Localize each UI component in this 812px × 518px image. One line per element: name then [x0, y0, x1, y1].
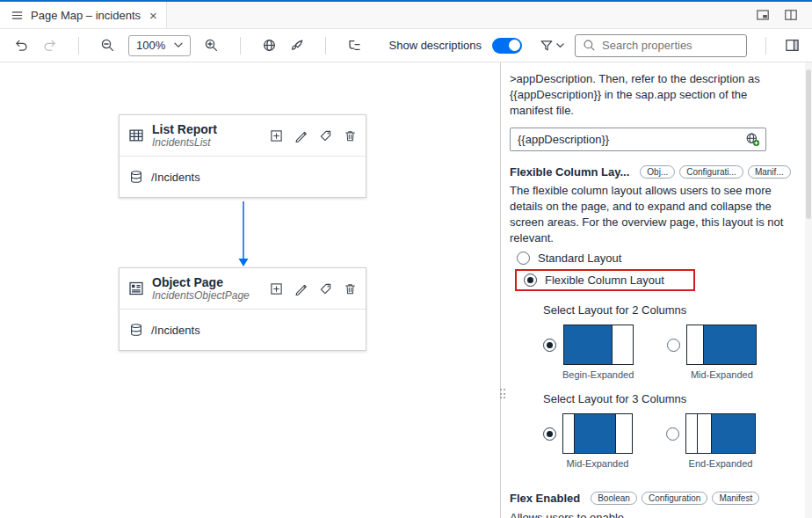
flex-enabled-description-partial: Allows users to enable...: [510, 510, 793, 518]
add-page-icon[interactable]: [270, 129, 283, 142]
flexible-column-layout-radio[interactable]: [524, 274, 537, 287]
end-expanded-layout-graphic[interactable]: [685, 413, 756, 454]
panel-scrollbar-thumb[interactable]: [806, 69, 811, 219]
tab-page-map[interactable]: Page Map – incidents ×: [0, 2, 167, 28]
zoom-level-value: 100%: [136, 39, 165, 52]
chevron-down-icon: [174, 42, 183, 48]
outline-icon[interactable]: [347, 38, 362, 53]
node-card-list-report[interactable]: List Report IncidentsList: [119, 114, 366, 198]
tag-icon[interactable]: [319, 282, 332, 295]
edit-icon[interactable]: [294, 282, 308, 295]
two-columns-title: Select Layout for 2 Columns: [543, 303, 798, 317]
tab-title: Page Map – incidents: [31, 9, 141, 22]
object-page-icon: [128, 281, 144, 296]
standard-layout-option[interactable]: Standard Layout: [517, 252, 798, 265]
standard-layout-radio[interactable]: [517, 252, 530, 265]
toolbar-separator: [78, 37, 79, 55]
app-description-field[interactable]: [510, 128, 766, 151]
app-description-input[interactable]: [518, 133, 745, 146]
edit-icon[interactable]: [294, 129, 308, 142]
page-map-canvas[interactable]: List Report IncidentsList: [0, 62, 500, 518]
redo-icon[interactable]: [42, 38, 57, 53]
fcl-badge: Manif...: [748, 165, 791, 179]
app-description-help-text: >appDescription. Then, refer to the desc…: [510, 71, 793, 119]
entity-row[interactable]: /Incidents: [120, 309, 366, 350]
flexible-column-layout-label: Flexible Column Layout: [545, 274, 664, 287]
fcl-section-title: Flexible Column Lay...: [510, 165, 629, 179]
delete-icon[interactable]: [344, 282, 357, 295]
panel-resize-grip[interactable]: [500, 389, 506, 398]
main-area: List Report IncidentsList: [0, 62, 812, 518]
toolbar-separator: [325, 37, 326, 55]
three-col-end-expanded-option[interactable]: End-Expanded: [666, 413, 756, 469]
delete-icon[interactable]: [344, 129, 357, 142]
show-descriptions-label: Show descriptions: [389, 39, 482, 52]
end-expanded-radio[interactable]: [666, 427, 679, 441]
properties-panel: >appDescription. Then, refer to the desc…: [500, 62, 812, 518]
list-report-icon: [128, 128, 144, 143]
zoom-level-select[interactable]: 100%: [128, 35, 191, 56]
toolbar-separator: [240, 37, 241, 55]
globe-icon[interactable]: [262, 38, 277, 53]
brush-icon[interactable]: [290, 39, 304, 53]
filter-menu[interactable]: [540, 39, 564, 53]
open-preview-icon[interactable]: [756, 8, 770, 22]
layout-option-label: Mid-Expanded: [567, 458, 629, 469]
highlight-box: Flexible Column Layout: [515, 269, 695, 291]
split-editor-icon[interactable]: [784, 8, 798, 22]
search-input[interactable]: [602, 39, 739, 52]
node-subtitle: IncidentsList: [152, 136, 217, 149]
layout-option-label: End-Expanded: [689, 458, 753, 469]
editor-toolbar: 100% Show descriptions: [0, 29, 812, 62]
begin-expanded-radio[interactable]: [543, 339, 556, 352]
zoom-out-icon[interactable]: [100, 38, 115, 53]
undo-icon[interactable]: [14, 38, 29, 53]
entity-row[interactable]: /Incidents: [120, 156, 366, 197]
flex-enabled-badge: Boolean: [591, 492, 637, 505]
three-columns-section: Select Layout for 3 Columns Mid-Expanded: [543, 392, 798, 469]
tab-bar: Page Map – incidents ×: [0, 0, 812, 29]
three-col-mid-expanded-option[interactable]: Mid-Expanded: [543, 413, 633, 469]
layout-option-label: Begin-Expanded: [562, 369, 634, 380]
toolbar-separator: [765, 37, 766, 55]
fcl-description: The flexible column layout allows users …: [510, 183, 793, 246]
fcl-badge: Configurati...: [679, 165, 743, 179]
mid-expanded-layout-graphic[interactable]: [686, 325, 757, 365]
two-columns-section: Select Layout for 2 Columns Begin-Expand…: [543, 303, 798, 380]
two-col-mid-expanded-option[interactable]: Mid-Expanded: [667, 325, 757, 380]
database-icon: [129, 323, 143, 337]
three-columns-title: Select Layout for 3 Columns: [543, 392, 798, 405]
entity-label: /Incidents: [151, 324, 200, 337]
flex-enabled-title: Flex Enabled: [510, 492, 580, 505]
mid-expanded-radio[interactable]: [667, 339, 680, 352]
flex-enabled-badge: Manifest: [712, 492, 759, 505]
show-descriptions-toggle[interactable]: [492, 38, 522, 54]
flexible-column-layout-option[interactable]: Flexible Column Layout: [524, 274, 686, 287]
toggle-side-panel-icon[interactable]: [785, 38, 800, 53]
flex-enabled-badge: Configuration: [642, 492, 707, 505]
node-title: List Report: [152, 122, 217, 136]
search-properties-box[interactable]: [575, 34, 747, 57]
zoom-in-icon[interactable]: [204, 38, 219, 53]
tab-bar-actions: [756, 2, 812, 28]
two-col-begin-expanded-option[interactable]: Begin-Expanded: [543, 325, 634, 380]
standard-layout-label: Standard Layout: [538, 252, 621, 265]
fcl-badge: Obj...: [640, 165, 675, 179]
mid-expanded-radio[interactable]: [543, 427, 556, 441]
mid-expanded-layout-graphic[interactable]: [562, 413, 633, 454]
chevron-down-icon: [556, 43, 564, 48]
add-page-icon[interactable]: [270, 282, 283, 295]
node-subtitle: IncidentsObjectPage: [152, 289, 250, 302]
node-title: Object Page: [152, 275, 250, 289]
page-map-icon: [11, 9, 24, 22]
filter-icon: [540, 39, 554, 53]
begin-expanded-layout-graphic[interactable]: [563, 325, 634, 365]
entity-label: /Incidents: [151, 171, 200, 184]
translate-add-icon[interactable]: [745, 132, 760, 147]
tag-icon[interactable]: [319, 129, 332, 142]
search-icon: [583, 39, 596, 52]
node-card-object-page[interactable]: Object Page IncidentsObjectPage: [119, 267, 366, 351]
layout-option-label: Mid-Expanded: [691, 369, 753, 380]
database-icon: [129, 170, 143, 184]
tab-close-icon[interactable]: ×: [149, 9, 157, 22]
